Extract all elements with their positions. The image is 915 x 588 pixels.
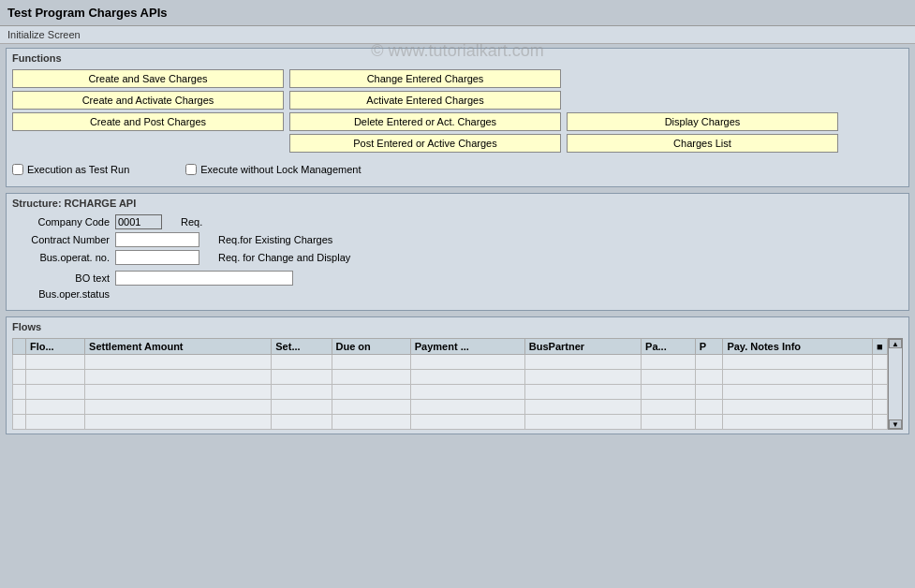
cell-icon-1 bbox=[873, 355, 888, 370]
activate-entered-button[interactable]: Activate Entered Charges bbox=[289, 91, 561, 110]
cell-pa-4 bbox=[642, 400, 696, 415]
bo-text-label: BO text bbox=[12, 272, 115, 284]
cell-set-3 bbox=[272, 385, 332, 400]
cell-icon-4 bbox=[873, 400, 888, 415]
req-label: Req. bbox=[181, 216, 202, 228]
lock-mgmt-checkbox-item: Execute without Lock Management bbox=[185, 164, 361, 175]
row-selector bbox=[13, 370, 26, 385]
cell-settlement-2 bbox=[85, 370, 272, 385]
cell-set-5 bbox=[272, 415, 332, 430]
row-selector bbox=[13, 385, 26, 400]
bus-oper-status-row: Bus.oper.status bbox=[12, 288, 903, 300]
test-run-checkbox[interactable] bbox=[12, 164, 23, 175]
create-save-button[interactable]: Create and Save Charges bbox=[12, 69, 284, 88]
cell-set-4 bbox=[272, 400, 332, 415]
bus-operat-label: Bus.operat. no. bbox=[12, 252, 115, 263]
menu-initialize[interactable]: Initialize Screen bbox=[7, 29, 81, 40]
table-wrapper: Flo... Settlement Amount Set... Due on P… bbox=[12, 338, 903, 430]
functions-grid: Create and Save Charges Change Entered C… bbox=[12, 69, 903, 153]
col-due-on: Due on bbox=[332, 339, 410, 355]
cell-flo-4 bbox=[26, 400, 85, 415]
table-row bbox=[13, 400, 888, 415]
scroll-up-button[interactable]: ▲ bbox=[889, 339, 902, 348]
cell-set-2 bbox=[272, 370, 332, 385]
functions-section: Functions Create and Save Charges Change… bbox=[6, 48, 909, 187]
col-set: Set... bbox=[272, 339, 332, 355]
row-selector bbox=[13, 355, 26, 370]
cell-pa-2 bbox=[642, 370, 696, 385]
cell-p-4 bbox=[695, 400, 723, 415]
bo-text-input[interactable] bbox=[115, 271, 293, 286]
cell-notes-2 bbox=[723, 370, 873, 385]
contract-number-input[interactable] bbox=[115, 232, 199, 247]
cell-set-1 bbox=[272, 355, 332, 370]
post-entered-button[interactable]: Post Entered or Active Charges bbox=[289, 134, 561, 153]
structure-section: Structure: RCHARGE API Company Code Req.… bbox=[6, 193, 909, 311]
cell-settlement-1 bbox=[85, 355, 272, 370]
col-buspartner: BusPartner bbox=[524, 339, 641, 355]
cell-due-1 bbox=[332, 355, 410, 370]
col-settlement: Settlement Amount bbox=[85, 339, 272, 355]
row-selector bbox=[13, 400, 26, 415]
cell-buspartner-2 bbox=[524, 370, 641, 385]
cell-notes-4 bbox=[723, 400, 873, 415]
cell-buspartner-1 bbox=[524, 355, 641, 370]
col-icon-header[interactable]: ■ bbox=[873, 339, 888, 355]
create-activate-button[interactable]: Create and Activate Charges bbox=[12, 91, 284, 110]
cell-p-5 bbox=[695, 415, 723, 430]
cell-due-2 bbox=[332, 370, 410, 385]
test-run-label: Execution as Test Run bbox=[27, 164, 129, 175]
cell-settlement-4 bbox=[85, 400, 272, 415]
bus-operat-input[interactable] bbox=[115, 250, 199, 265]
cell-p-1 bbox=[695, 355, 723, 370]
bo-text-row: BO text bbox=[12, 271, 903, 286]
change-entered-button[interactable]: Change Entered Charges bbox=[289, 69, 561, 88]
display-charges-button[interactable]: Display Charges bbox=[567, 112, 838, 131]
create-post-button[interactable]: Create and Post Charges bbox=[12, 112, 284, 131]
scrollbar: ▲ ▼ bbox=[888, 338, 903, 430]
flows-inner: Flo... Settlement Amount Set... Due on P… bbox=[12, 338, 888, 430]
title-bar: Test Program Charges APIs bbox=[0, 0, 915, 26]
cell-buspartner-3 bbox=[524, 385, 641, 400]
cell-p-3 bbox=[695, 385, 723, 400]
col-p: P bbox=[695, 339, 723, 355]
cell-pa-5 bbox=[642, 415, 696, 430]
req-existing-label: Req.for Existing Charges bbox=[218, 234, 332, 245]
cell-flo-1 bbox=[26, 355, 85, 370]
delete-entered-button[interactable]: Delete Entered or Act. Charges bbox=[289, 112, 561, 131]
lock-mgmt-checkbox[interactable] bbox=[185, 164, 197, 175]
lock-mgmt-label: Execute without Lock Management bbox=[200, 164, 361, 175]
cell-flo-3 bbox=[26, 385, 85, 400]
col-flo: Flo... bbox=[26, 339, 85, 355]
col-payment: Payment ... bbox=[410, 339, 524, 355]
flows-label: Flows bbox=[12, 321, 903, 332]
charges-list-button[interactable]: Charges List bbox=[567, 134, 838, 153]
cell-icon-5 bbox=[873, 415, 888, 430]
scroll-down-button[interactable]: ▼ bbox=[889, 419, 902, 429]
checkbox-row: Execution as Test Run Execute without Lo… bbox=[12, 160, 903, 179]
company-code-row: Company Code Req. bbox=[12, 214, 903, 229]
table-row bbox=[13, 385, 888, 400]
cell-payment-3 bbox=[410, 385, 524, 400]
cell-pa-3 bbox=[642, 385, 696, 400]
flows-section: Flows Flo... Settlement Amount Set... Du… bbox=[6, 316, 909, 434]
test-run-checkbox-item: Execution as Test Run bbox=[12, 164, 129, 175]
cell-flo-5 bbox=[26, 415, 85, 430]
cell-pa-1 bbox=[642, 355, 696, 370]
company-code-label: Company Code bbox=[12, 216, 115, 228]
cell-due-3 bbox=[332, 385, 410, 400]
cell-notes-5 bbox=[723, 415, 873, 430]
structure-label: Structure: RCHARGE API bbox=[12, 198, 903, 209]
company-code-input[interactable] bbox=[115, 214, 162, 229]
cell-due-5 bbox=[332, 415, 410, 430]
cell-buspartner-4 bbox=[524, 400, 641, 415]
flows-table: Flo... Settlement Amount Set... Due on P… bbox=[12, 338, 888, 430]
cell-due-4 bbox=[332, 400, 410, 415]
col-selector-header bbox=[13, 339, 26, 355]
cell-p-2 bbox=[695, 370, 723, 385]
table-row bbox=[13, 415, 888, 430]
scroll-track bbox=[889, 348, 902, 419]
cell-payment-5 bbox=[410, 415, 524, 430]
cell-icon-2 bbox=[873, 370, 888, 385]
contract-number-label: Contract Number bbox=[12, 234, 115, 245]
